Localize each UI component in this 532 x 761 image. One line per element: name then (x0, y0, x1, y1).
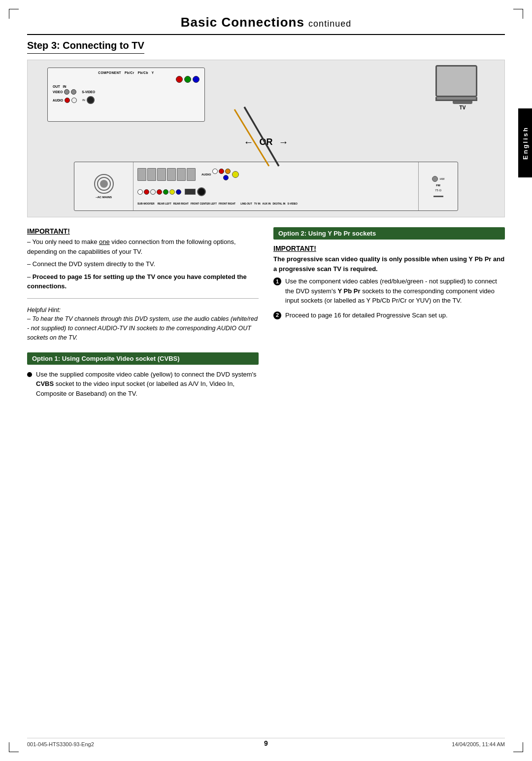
or-label: OR (260, 137, 273, 147)
arrow-right (279, 137, 289, 148)
important-label-left: IMPORTANT! (27, 227, 259, 235)
slot4 (167, 168, 176, 181)
hw-control: HW (432, 176, 445, 182)
slot5 (177, 168, 186, 181)
option2-list: 1 Use the component video cables (red/bl… (273, 277, 505, 320)
option1-box: Option 1: Using Composite Video socket (… (27, 352, 259, 365)
svideo-in-label: S-VIDEO (82, 90, 95, 94)
or-text: OR (244, 137, 289, 148)
slot1 (137, 168, 146, 181)
c4 (157, 189, 162, 195)
svideo-dvd (197, 187, 206, 196)
important-label-right: IMPORTANT! (273, 244, 505, 252)
helpful-hint: Helpful Hint: – To hear the TV channels … (27, 306, 259, 343)
important-text-3: – Proceed to page 15 for setting up the … (27, 272, 259, 291)
two-column-layout: IMPORTANT! – You only need to make one v… (27, 227, 505, 403)
fm-label: FM (436, 184, 440, 187)
svideo-in-label2: IN (82, 99, 85, 102)
bullet-num-1: 1 (273, 277, 281, 285)
option2-box: Option 2: Using Y Pb Pr sockets (273, 227, 505, 240)
tv-image: TV (435, 65, 490, 109)
digital-in-rect (185, 189, 196, 195)
bullet-num-2: 2 (273, 311, 281, 319)
video-circle-out (64, 89, 69, 95)
footer-page-number: 9 (264, 739, 268, 747)
footer-right: 14/04/2005, 11:44 AM (452, 741, 505, 747)
footer-left: 001-045-HTS3300-93-Eng2 (27, 741, 94, 747)
hw-circle (432, 176, 438, 182)
dvd-left-section: ~AC MAINS (74, 162, 133, 210)
dvd-panel: ~AC MAINS (74, 162, 458, 211)
audio-r-circle (65, 98, 70, 103)
diagram-inner: COMPONENT Pb/Cr Pb/Cb Y OUT IN (28, 60, 504, 217)
component-r-circle (176, 76, 183, 83)
tv-input-panel: COMPONENT Pb/Cr Pb/Cb Y OUT IN (47, 68, 205, 122)
audio-l-w (212, 169, 218, 174)
vbs-circle (232, 171, 239, 178)
option1-list: Use the supplied composite video cable (… (27, 370, 259, 399)
pb-circle (223, 175, 229, 180)
tv-body (435, 97, 477, 101)
pr-circle (225, 169, 231, 174)
connector-labels: SUB-WOOFER REAR LEFT REAR RIGHT FRONT CE… (137, 202, 414, 205)
option1-item: Use the supplied composite video cable (… (27, 370, 259, 399)
video-label: VIDEO (53, 90, 63, 94)
c-yellow (169, 189, 175, 195)
helpful-hint-text: – To hear the TV channels through this D… (27, 315, 258, 341)
tv-screen (435, 65, 477, 97)
dvd-center-section: AUDIO (133, 162, 418, 210)
c3 (150, 189, 156, 195)
helpful-hint-title: Helpful Hint: (27, 307, 61, 313)
component-b-circle (193, 76, 200, 83)
bullet-dot-1 (27, 372, 32, 377)
option2-item2: 2 Proceed to page 16 for detailed Progre… (273, 311, 505, 320)
page-header: Basic Connections continued (27, 15, 505, 30)
step-heading: Step 3: Connecting to TV (27, 40, 144, 54)
c-blue (176, 189, 181, 195)
option1-text: Use the supplied composite video cable (… (36, 370, 259, 399)
audio-label-panel: AUDIO (53, 99, 63, 102)
important-text-2: – Connect the DVD system directly to the… (27, 259, 259, 269)
section-divider-left (27, 298, 259, 299)
dvd-right-section: HW FM 75 Ω (418, 162, 458, 210)
digital-connector (185, 189, 196, 195)
header-divider (27, 34, 505, 35)
page-title: Basic Connections continued (27, 15, 505, 30)
video-circle-in (71, 89, 76, 95)
audio-connectors-top: AUDIO (201, 169, 239, 180)
arrow-left (244, 137, 254, 148)
out-label: OUT IN (53, 85, 66, 88)
slot2 (147, 168, 156, 181)
speaker-icon (94, 174, 114, 194)
tv-stand (453, 101, 472, 104)
important-text-right: The progressive scan video quality is on… (273, 254, 505, 274)
audio-w-circle (71, 98, 77, 103)
option1-section: Option 1: Using Composite Video socket (… (27, 352, 259, 399)
tv-text-label: TV (435, 105, 490, 110)
slot6 (187, 168, 196, 181)
option2-item1-text: Use the component video cables (red/blue… (285, 277, 505, 306)
ohm-label: 75 Ω (435, 189, 441, 192)
c1 (137, 189, 143, 195)
slot3 (157, 168, 166, 181)
diagram-area: COMPONENT Pb/Cr Pb/Cb Y OUT IN (27, 60, 505, 217)
right-column: Option 2: Using Y Pb Pr sockets IMPORTAN… (273, 227, 505, 403)
component-label: COMPONENT Pb/Cr Pb/Cb Y (53, 71, 200, 74)
page-content: Basic Connections continued Step 3: Conn… (0, 0, 532, 761)
left-column: IMPORTANT! – You only need to make one v… (27, 227, 259, 403)
important-text-1: – You only need to make one video connec… (27, 237, 259, 256)
c5 (163, 189, 168, 195)
bottom-connectors-row (137, 187, 414, 196)
component-g-circle (184, 76, 191, 83)
option2-item1: 1 Use the component video cables (red/bl… (273, 277, 505, 306)
c2 (144, 189, 149, 195)
ac-mains-label: ~AC MAINS (96, 196, 112, 199)
audio-r-r (219, 169, 224, 174)
option2-item2-text: Proceed to page 16 for detailed Progress… (285, 311, 448, 320)
power-indicator (433, 196, 443, 197)
svideo-circle (87, 96, 95, 104)
